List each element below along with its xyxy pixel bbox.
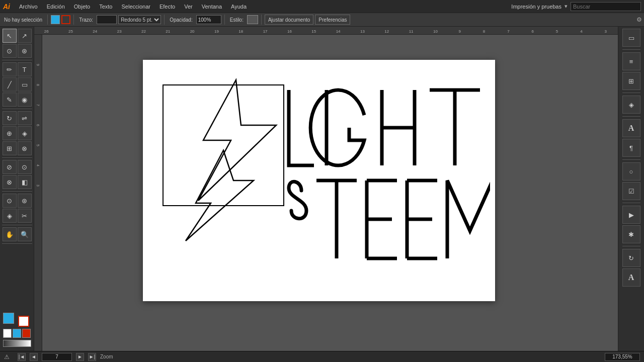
menu-efecto[interactable]: Efecto <box>155 3 179 11</box>
gradient-tool[interactable]: ◧ <box>18 175 32 189</box>
ruler-v-num: 3 <box>36 175 40 196</box>
fill-swatch[interactable] <box>3 313 14 324</box>
actions-panel-btn[interactable]: ▶ <box>622 206 640 224</box>
opacity-input[interactable] <box>196 15 221 24</box>
menu-texto[interactable]: Texto <box>95 3 116 11</box>
mesh-tool[interactable]: ⊗ <box>3 175 17 189</box>
stroke-color-swatch[interactable] <box>61 15 70 24</box>
zoom-input[interactable] <box>605 353 640 361</box>
glyphs-panel-btn[interactable]: A <box>622 268 640 287</box>
blend-tool[interactable]: ◈ <box>3 209 17 223</box>
menu-seleccionar[interactable]: Seleccionar <box>117 3 154 11</box>
menu-archivo[interactable]: Archivo <box>15 3 42 11</box>
preferences-btn[interactable]: Preferencias <box>315 15 350 25</box>
artboard-panel-btn[interactable]: ▭ <box>622 29 640 47</box>
sep5 <box>261 15 262 25</box>
print-proof-dropdown-icon[interactable]: ▾ <box>565 3 568 10</box>
symbol-spray-tool[interactable]: ⊙ <box>18 160 32 174</box>
rotate-tool[interactable]: ↻ <box>3 111 17 125</box>
paragraph-panel-btn[interactable]: ¶ <box>622 139 640 157</box>
scissors-tool[interactable]: ✂ <box>18 209 32 223</box>
menu-ventana[interactable]: Ventana <box>198 3 226 11</box>
page-number-input[interactable] <box>42 353 72 361</box>
ruler-v-num: 5 <box>36 135 40 155</box>
next-page-btn[interactable]: ► <box>76 353 84 361</box>
character-panel-btn[interactable]: A <box>622 119 640 137</box>
reflect-tool[interactable]: ⇌ <box>18 111 32 125</box>
sep3 <box>164 15 165 25</box>
stroke-type-select[interactable]: Redondo 5 pt. <box>118 15 161 24</box>
lasso-tool[interactable]: ⊙ <box>3 44 17 58</box>
tool-row-hand: ✋ 🔍 <box>1 227 33 241</box>
warp-tool[interactable]: ⊞ <box>3 141 17 155</box>
tool-sep-4 <box>2 191 32 192</box>
fill-color-swatch[interactable] <box>51 15 60 24</box>
ruler-num: 8 <box>472 29 496 34</box>
rect-tool[interactable]: ▭ <box>18 77 32 92</box>
gradient-swatch[interactable] <box>22 329 31 338</box>
blob-tool[interactable]: ◉ <box>18 93 32 107</box>
zoom-tool[interactable]: 🔍 <box>18 227 32 241</box>
ruler-top: 26 25 24 23 22 21 20 19 18 17 16 15 14 1… <box>34 27 618 35</box>
ruler-num: 7 <box>496 29 520 34</box>
menu-objeto[interactable]: Objeto <box>70 3 94 11</box>
tool-row-graph: ⊘ ⊙ <box>1 160 33 174</box>
rp-sep-2 <box>622 93 640 93</box>
eyedropper-tool[interactable]: ⊙ <box>3 194 17 208</box>
style-swatch[interactable] <box>247 15 258 24</box>
magic-wand-tool[interactable]: ⊛ <box>18 44 32 58</box>
appearance-panel-btn[interactable]: ○ <box>622 162 640 180</box>
ruler-num: 6 <box>521 29 545 34</box>
sep4 <box>224 15 225 25</box>
live-paint-btn[interactable]: ✱ <box>622 225 640 243</box>
ruler-num: 23 <box>107 29 131 34</box>
print-proof-label: Impresión y pruebas <box>511 4 561 10</box>
ruler-v-num: 9 <box>36 55 40 75</box>
hand-tool[interactable]: ✋ <box>3 227 17 241</box>
column-graph-tool[interactable]: ⊘ <box>3 160 17 174</box>
menu-edicion[interactable]: Edición <box>43 3 69 11</box>
artboard <box>143 60 495 301</box>
gradient-bar[interactable] <box>3 340 31 347</box>
align-panel-btn[interactable]: ☑ <box>622 182 640 200</box>
pencil-tool[interactable]: ✎ <box>3 93 17 107</box>
toolbox: ↖ ↗ ⊙ ⊛ ✏ T ╱ ▭ ✎ ◉ ↻ ⇌ ⊕ ◈ ⊞ <box>0 27 34 351</box>
ruler-num: 17 <box>253 29 277 34</box>
ruler-num: 12 <box>375 29 399 34</box>
ruler-num: 10 <box>423 29 447 34</box>
prev-page-btn[interactable]: ◄ <box>30 353 38 361</box>
rp-sep-6 <box>622 246 640 246</box>
shear-tool[interactable]: ◈ <box>18 126 32 140</box>
menu-ayuda[interactable]: Ayuda <box>227 3 251 11</box>
stroke-width-input[interactable] <box>97 15 117 24</box>
adjust-document-btn[interactable]: Ajustar documento <box>265 15 313 25</box>
width-tool[interactable]: ⊗ <box>18 141 32 155</box>
select-tool[interactable]: ↖ <box>3 29 17 43</box>
artboard-container[interactable] <box>42 35 618 351</box>
ruler-num: 9 <box>448 29 472 34</box>
main-area: ↖ ↗ ⊙ ⊛ ✏ T ╱ ▭ ✎ ◉ ↻ ⇌ ⊕ ◈ ⊞ <box>0 27 644 351</box>
graphic-styles-btn[interactable]: ◈ <box>622 96 640 114</box>
color-swatch[interactable] <box>13 329 21 338</box>
stroke-swatch[interactable] <box>18 316 29 327</box>
symbols-panel-btn[interactable]: ⊞ <box>622 72 640 90</box>
last-page-btn[interactable]: ►| <box>88 353 96 361</box>
tool-sep-1 <box>2 60 32 60</box>
search-input[interactable] <box>571 2 641 11</box>
layers-panel-btn[interactable]: ≡ <box>622 52 640 70</box>
line-tool[interactable]: ╱ <box>3 77 17 92</box>
menu-ver[interactable]: Ver <box>180 3 197 11</box>
transform-panel-btn[interactable]: ↻ <box>622 249 640 267</box>
scale-tool[interactable]: ⊕ <box>3 126 17 140</box>
none-swatch[interactable] <box>3 329 12 338</box>
first-page-btn[interactable]: |◄ <box>18 353 26 361</box>
text-tool[interactable]: T <box>18 62 32 76</box>
ruler-num: 4 <box>569 29 593 34</box>
toolbar-options-icon[interactable]: ⚙ <box>636 16 642 23</box>
ruler-v-num: 6 <box>36 115 40 135</box>
rp-sep-1 <box>622 49 640 50</box>
canvas-with-ruler: 9 8 7 6 5 4 3 <box>34 35 618 351</box>
direct-select-tool[interactable]: ↗ <box>18 29 32 43</box>
measure-tool[interactable]: ⊛ <box>18 194 32 208</box>
pen-tool[interactable]: ✏ <box>3 62 17 76</box>
